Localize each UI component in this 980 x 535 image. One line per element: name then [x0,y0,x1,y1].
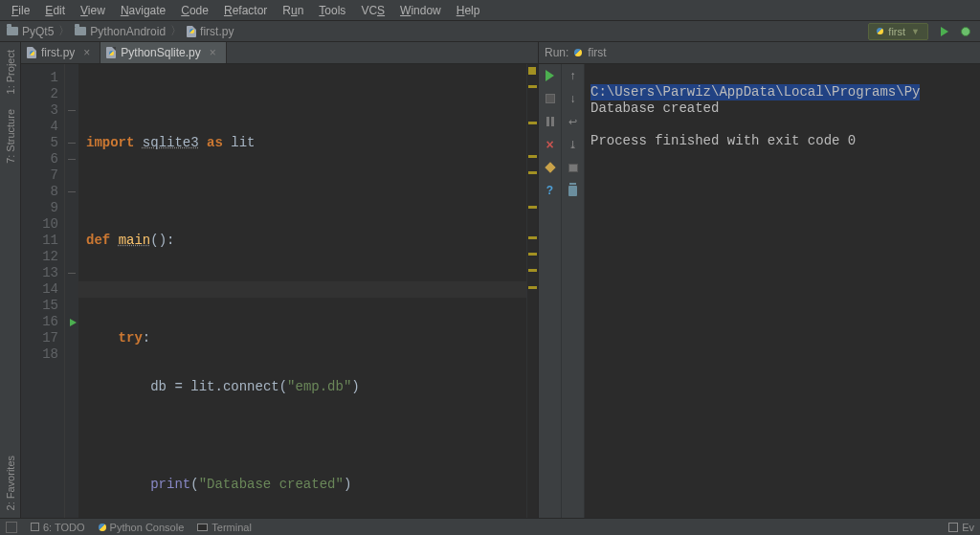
line-number[interactable]: 12 [21,249,58,265]
error-stripe[interactable] [526,64,538,518]
line-number[interactable]: 6 [21,151,58,167]
line-number[interactable]: 8 [21,184,58,200]
warning-marker[interactable] [528,171,537,174]
up-stacktrace-button[interactable]: ↑ [566,68,581,83]
line-number[interactable]: 10 [21,216,58,233]
fold-marker[interactable] [65,314,78,330]
tool-window-structure[interactable]: 7: Structure [5,101,16,171]
line-number[interactable]: 9 [21,200,58,216]
menu-navigate[interactable]: Navigate [113,2,173,19]
rerun-button[interactable] [543,68,558,83]
run-button[interactable] [937,24,952,39]
fold-marker[interactable] [65,135,78,151]
folder-icon [75,27,86,35]
editor-tab-pythonsqlite[interactable]: PythonSqlite.py × [100,42,226,63]
fold-marker[interactable] [65,216,78,233]
run-configuration-selector[interactable]: first ▼ [868,23,928,40]
menu-window[interactable]: Window [392,2,449,19]
warning-marker[interactable] [528,122,537,124]
pause-button[interactable] [543,114,558,129]
menu-refactor[interactable]: Refactor [216,2,275,19]
line-number[interactable]: 18 [21,346,58,363]
editor-tab-label: PythonSqlite.py [121,46,200,59]
line-number-gutter[interactable]: 123456789101112131415161718 [21,64,65,518]
analysis-indicator-icon[interactable] [528,67,536,75]
line-number[interactable]: 7 [21,167,58,184]
pin-tab-button[interactable] [543,160,558,175]
warning-marker[interactable] [528,206,537,209]
line-number[interactable]: 2 [21,86,58,102]
tool-window-python-console[interactable]: Python Console [99,522,185,533]
line-number[interactable]: 13 [21,265,58,281]
fold-marker[interactable] [65,86,78,102]
editor-tab-first[interactable]: first.py × [21,42,100,63]
fold-gutter[interactable] [65,64,78,518]
warning-marker[interactable] [528,236,537,239]
menu-file[interactable]: File [4,2,37,19]
menu-view[interactable]: View [73,2,113,19]
fold-marker[interactable] [65,346,78,363]
fold-marker[interactable] [65,119,78,135]
warning-marker[interactable] [528,155,537,158]
run-gutter-icon[interactable] [70,319,77,326]
code-content[interactable]: import sqlite3 as lit def main(): try: d… [78,64,526,518]
warning-marker[interactable] [528,85,537,88]
menu-vcs[interactable]: VCS [353,2,392,19]
down-stacktrace-button[interactable]: ↓ [566,91,581,106]
event-log-button[interactable]: Ev [948,522,974,533]
tool-window-terminal[interactable]: Terminal [197,522,252,533]
line-number[interactable]: 3 [21,102,58,119]
code-editor[interactable]: 123456789101112131415161718 import sqlit… [21,64,538,518]
line-number[interactable]: 16 [21,314,58,330]
play-icon [941,27,948,36]
status-tool-windows-button[interactable] [6,522,17,533]
warning-marker[interactable] [528,253,537,256]
close-tab-icon[interactable]: × [210,46,216,59]
breadcrumb-project[interactable]: PyQt5 [4,25,56,38]
close-tab-icon[interactable]: × [83,46,90,59]
console-output[interactable]: C:\Users\Parwiz\AppData\Local\Programs\P… [585,64,980,518]
line-number[interactable]: 11 [21,233,58,249]
tool-window-todo[interactable]: 6: TODO [31,522,85,533]
scroll-to-end-button[interactable]: ⤓ [566,137,581,152]
fold-marker[interactable] [65,102,78,119]
fold-marker[interactable] [65,281,78,298]
line-number[interactable]: 5 [21,135,58,151]
fold-marker[interactable] [65,265,78,281]
line-number[interactable]: 1 [21,70,58,86]
soft-wrap-button[interactable]: ↩ [566,114,581,129]
fold-marker[interactable] [65,200,78,216]
fold-marker[interactable] [65,330,78,346]
stop-button[interactable] [543,91,558,106]
print-button[interactable] [566,160,581,175]
breadcrumb-folder[interactable]: PythonAndroid [72,25,168,38]
fold-marker[interactable] [65,167,78,184]
fold-marker[interactable] [65,184,78,200]
editor-pane: first.py × PythonSqlite.py × 12345678910… [21,42,538,518]
close-button[interactable]: × [543,137,558,152]
breadcrumb-file[interactable]: first.py [184,25,236,38]
tool-window-favorites[interactable]: 2: Favorites [5,448,16,518]
line-number[interactable]: 14 [21,281,58,298]
help-button[interactable]: ? [543,183,558,198]
fold-marker[interactable] [65,298,78,314]
line-number[interactable]: 17 [21,330,58,346]
clear-all-button[interactable] [566,183,581,198]
tool-window-project[interactable]: 1: Project [5,42,16,101]
fold-marker[interactable] [65,151,78,167]
menu-help[interactable]: Help [449,2,488,19]
fold-marker[interactable] [65,233,78,249]
python-icon [99,524,106,531]
line-number[interactable]: 15 [21,298,58,314]
stop-icon [546,94,555,103]
fold-marker[interactable] [65,70,78,86]
debug-button[interactable] [958,24,973,39]
fold-marker[interactable] [65,249,78,265]
menu-edit[interactable]: Edit [37,2,73,19]
warning-marker[interactable] [528,286,537,289]
line-number[interactable]: 4 [21,119,58,135]
menu-code[interactable]: Code [173,2,216,19]
menu-tools[interactable]: Tools [311,2,353,19]
warning-marker[interactable] [528,269,537,272]
menu-run[interactable]: Run [275,2,311,19]
